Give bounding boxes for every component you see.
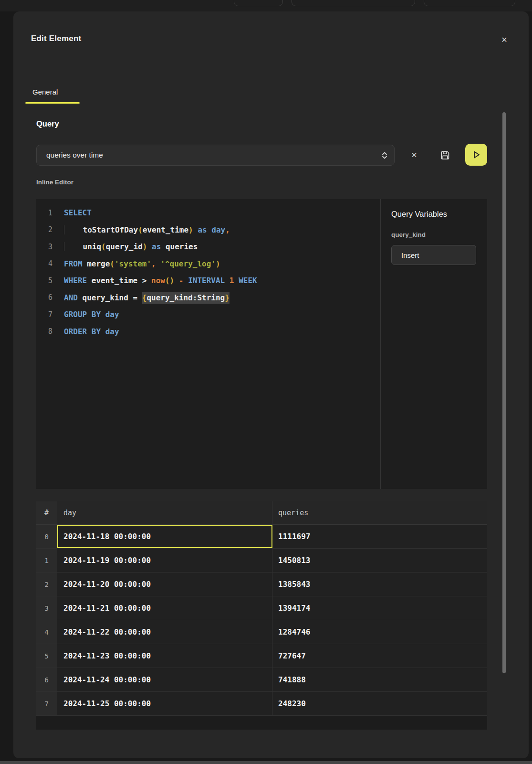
page: Edit Element ✕ General Query queries ove… <box>0 0 532 764</box>
code-lines[interactable]: 1SELECT2 toStartOfDay(event_time) as day… <box>36 199 380 489</box>
query-heading: Query <box>36 119 59 128</box>
cell-queries[interactable]: 1284746 <box>272 620 487 644</box>
table-row: 42024-11-22 00:00:001284746 <box>36 620 487 644</box>
cell-row-index: 7 <box>36 692 57 715</box>
line-number: 8 <box>36 327 52 336</box>
clear-icon[interactable]: ✕ <box>407 148 421 162</box>
cell-day-selected[interactable]: 2024-11-18 00:00:00 <box>57 525 272 548</box>
line-number: 2 <box>36 225 52 234</box>
cell-queries[interactable]: 1111697 <box>272 525 487 548</box>
background-button <box>424 0 515 6</box>
cell-queries[interactable]: 727647 <box>272 644 487 668</box>
table-row: 52024-11-23 00:00:00727647 <box>36 644 487 668</box>
query-variables-title: Query Variables <box>391 210 487 219</box>
insert-variable-button[interactable]: Insert <box>391 245 476 265</box>
table-row: 12024-11-19 00:00:001450813 <box>36 549 487 573</box>
cell-day[interactable]: 2024-11-23 00:00:00 <box>57 644 272 668</box>
inline-editor-label: Inline Editor <box>36 179 73 186</box>
cell-queries[interactable]: 1394174 <box>272 596 487 620</box>
variable-name-label: query_kind <box>391 231 487 238</box>
cell-queries[interactable]: 248230 <box>272 692 487 715</box>
code-line[interactable]: 6AND query_kind = {query_kind:String} <box>36 289 380 307</box>
background-toolbar <box>0 0 532 11</box>
table-row: 32024-11-21 00:00:001394174 <box>36 596 487 620</box>
cell-queries[interactable]: 1450813 <box>272 549 487 572</box>
sql-editor: 1SELECT2 toStartOfDay(event_time) as day… <box>36 199 487 489</box>
code-line[interactable]: 5WHERE event_time > now() - INTERVAL 1 W… <box>36 272 380 289</box>
background-button <box>234 0 283 6</box>
column-header-index: # <box>36 501 57 524</box>
line-number: 6 <box>36 293 52 302</box>
cell-row-index: 3 <box>36 596 57 620</box>
results-table-header: # day queries <box>36 501 487 525</box>
cell-day[interactable]: 2024-11-22 00:00:00 <box>57 620 272 644</box>
cell-queries[interactable]: 741888 <box>272 668 487 691</box>
cell-row-index: 1 <box>36 549 57 572</box>
vertical-scrollbar[interactable] <box>502 112 506 673</box>
code-line[interactable]: 2 toStartOfDay(event_time) as day, <box>36 222 380 239</box>
play-icon <box>471 150 481 159</box>
cell-row-index: 0 <box>36 525 57 548</box>
header-divider <box>13 69 529 69</box>
line-number: 3 <box>36 243 52 251</box>
code-line[interactable]: 3 uniq(query_id) as queries <box>36 238 380 255</box>
line-number: 1 <box>36 209 52 217</box>
cell-day[interactable]: 2024-11-19 00:00:00 <box>57 549 272 572</box>
code-line[interactable]: 7GROUP BY day <box>36 306 380 323</box>
query-select[interactable]: queries over time <box>36 145 395 166</box>
cell-row-index: 6 <box>36 668 57 691</box>
tab-active-indicator <box>25 102 80 104</box>
cell-row-index: 4 <box>36 620 57 644</box>
results-table-footer <box>36 716 487 730</box>
results-table-body: 02024-11-18 00:00:00111169712024-11-19 0… <box>36 525 487 716</box>
query-variables-panel: Query Variables query_kind Insert <box>381 199 487 489</box>
cell-day[interactable]: 2024-11-24 00:00:00 <box>57 668 272 691</box>
query-select-value: queries over time <box>46 151 382 159</box>
line-number: 4 <box>36 259 52 268</box>
tab-general[interactable]: General <box>32 88 58 96</box>
table-row: 02024-11-18 00:00:001111697 <box>36 525 487 549</box>
results-table: # day queries 02024-11-18 00:00:00111169… <box>36 501 487 730</box>
line-number: 5 <box>36 276 52 285</box>
column-header-queries[interactable]: queries <box>272 501 487 524</box>
background-bottom-strip <box>0 761 532 764</box>
edit-element-modal: Edit Element ✕ General Query queries ove… <box>13 11 529 758</box>
cell-queries[interactable]: 1385843 <box>272 573 487 596</box>
code-line[interactable]: 1SELECT <box>36 204 380 222</box>
save-icon[interactable] <box>438 148 452 162</box>
cell-row-index: 5 <box>36 644 57 668</box>
code-line[interactable]: 8ORDER BY day <box>36 323 380 340</box>
cell-day[interactable]: 2024-11-20 00:00:00 <box>57 573 272 596</box>
table-row: 62024-11-24 00:00:00741888 <box>36 668 487 692</box>
cell-day[interactable]: 2024-11-21 00:00:00 <box>57 596 272 620</box>
cell-day[interactable]: 2024-11-25 00:00:00 <box>57 692 272 715</box>
table-row: 22024-11-20 00:00:001385843 <box>36 573 487 596</box>
close-icon[interactable]: ✕ <box>497 33 511 47</box>
table-row: 72024-11-25 00:00:00248230 <box>36 692 487 716</box>
run-query-button[interactable] <box>465 144 487 166</box>
cell-row-index: 2 <box>36 573 57 596</box>
code-line[interactable]: 4FROM merge('system', '^query_log') <box>36 255 380 273</box>
background-button <box>292 0 415 6</box>
line-number: 7 <box>36 310 52 319</box>
column-header-day[interactable]: day <box>57 501 272 524</box>
chevron-updown-icon <box>382 152 387 159</box>
modal-title: Edit Element <box>31 34 81 43</box>
